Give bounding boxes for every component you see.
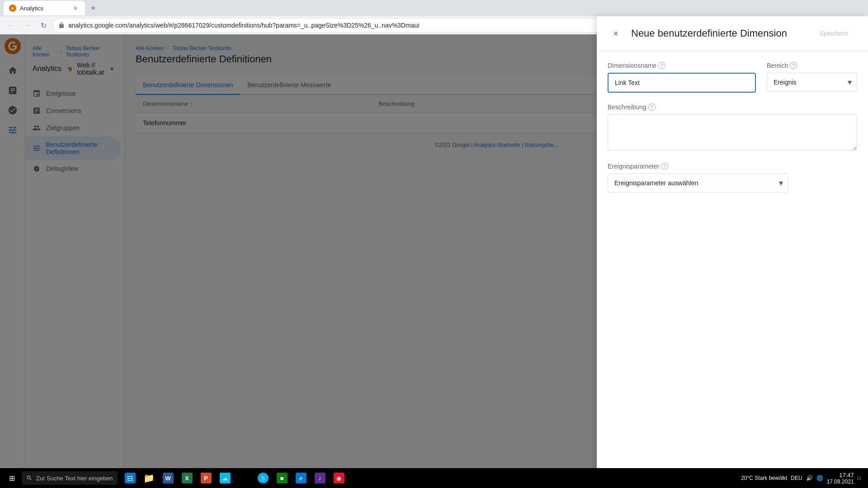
ereignisparameter-help-icon[interactable]: ? (661, 163, 668, 170)
taskbar-app-word[interactable]: W (159, 469, 177, 487)
taskbar-app-taskview[interactable]: ⊟ (121, 469, 139, 487)
form-group-bereich: Bereich ? Ereignis Benutzer Sitzung ▾ (767, 62, 857, 92)
taskbar-start-button[interactable]: ⊞ (4, 470, 20, 486)
reload-button[interactable]: ↻ (36, 18, 51, 33)
tab-close-icon[interactable]: × (71, 4, 80, 12)
bereich-select-wrapper: Ereignis Benutzer Sitzung ▾ (767, 73, 857, 92)
taskbar-notification-icon[interactable]: □ (858, 475, 861, 481)
side-panel: × Neue benutzerdefinierte Dimension Spei… (597, 16, 868, 488)
taskbar-right: 20°C Stark bewölkt DEU 🔊 🌐 17:47 17.09.2… (741, 472, 864, 485)
form-row-1: Dimensionsname ? Bereich ? Ereignis Benu… (608, 62, 857, 93)
taskbar-app-12[interactable]: ◉ (330, 469, 348, 487)
form-group-beschreibung: Beschreibung ? (608, 103, 857, 152)
beschreibung-help-icon[interactable]: ? (648, 103, 656, 111)
tab-favicon: A (9, 5, 16, 12)
bereich-select[interactable]: Ereignis Benutzer Sitzung (767, 73, 857, 92)
taskbar-time-display: 17:47 (827, 472, 854, 479)
bereich-help-icon[interactable]: ? (790, 62, 797, 69)
taskbar-weather: 20°C Stark bewölkt (741, 475, 787, 481)
panel-body: Dimensionsname ? Bereich ? Ereignis Benu… (597, 51, 868, 488)
taskbar-app-chrome[interactable]: ⊙ (235, 469, 253, 487)
ereignisparameter-label: Ereignisparameter ? (608, 163, 788, 170)
panel-header: × Neue benutzerdefinierte Dimension Spei… (597, 16, 868, 51)
taskbar-app-explorer[interactable]: 📁 (140, 469, 158, 487)
tab-favicon-text: A (11, 6, 14, 10)
tab-bar: A Analytics × + (0, 0, 868, 16)
form-row-2: Beschreibung ? (608, 103, 857, 152)
back-button[interactable]: ← (4, 18, 18, 33)
taskbar-lang: DEU (791, 475, 802, 481)
new-tab-button[interactable]: + (87, 2, 99, 14)
taskbar-app-skype[interactable]: S (254, 469, 272, 487)
taskbar-app-11[interactable]: ♪ (311, 469, 329, 487)
dimensionsname-help-icon[interactable]: ? (658, 62, 665, 69)
lock-icon (58, 22, 65, 28)
taskbar-app-edge[interactable]: e (292, 469, 310, 487)
beschreibung-textarea[interactable] (608, 114, 857, 150)
taskbar-app-9[interactable]: ■ (273, 469, 291, 487)
dimensionsname-input[interactable] (608, 73, 756, 93)
tab-title: Analytics (20, 5, 68, 12)
dimensionsname-label: Dimensionsname ? (608, 62, 756, 69)
ereignisparameter-select[interactable]: Ereignisparameter auswählen (608, 174, 788, 192)
taskbar: ⊞ Zur Suche Text hier eingeben ⊟ 📁 W X P… (0, 468, 868, 488)
beschreibung-label: Beschreibung ? (608, 103, 857, 111)
active-tab[interactable]: A Analytics × (4, 1, 85, 15)
taskbar-volume-icon[interactable]: 🔊 (806, 475, 813, 481)
panel-close-button[interactable]: × (608, 25, 624, 42)
app: Alle Konten › Tobias Becker Testkonto An… (0, 34, 868, 488)
taskbar-apps: ⊟ 📁 W X P ☁ ⊙ S ■ e ♪ ◉ (121, 469, 348, 487)
taskbar-search-text: Zur Suche Text hier eingeben (36, 475, 113, 482)
panel-title: Neue benutzerdefinierte Dimension (631, 28, 803, 39)
taskbar-app-6[interactable]: ☁ (216, 469, 234, 487)
form-group-ereignisparameter: Ereignisparameter ? Ereignisparameter au… (608, 163, 788, 192)
taskbar-search[interactable]: Zur Suche Text hier eingeben (22, 471, 118, 485)
taskbar-app-powerpoint[interactable]: P (197, 469, 215, 487)
taskbar-app-excel[interactable]: X (178, 469, 196, 487)
taskbar-time: 17:47 17.09.2021 (827, 472, 854, 485)
taskbar-date-display: 17.09.2021 (827, 479, 854, 485)
form-row-3: Ereignisparameter ? Ereignisparameter au… (608, 163, 857, 192)
forward-button[interactable]: → (20, 18, 34, 33)
panel-save-button[interactable]: Speichern (811, 26, 857, 41)
bereich-label: Bereich ? (767, 62, 857, 69)
taskbar-network-icon[interactable]: 🌐 (816, 475, 823, 481)
form-group-dimensionsname: Dimensionsname ? (608, 62, 756, 93)
ereignisparameter-select-wrapper: Ereignisparameter auswählen ▾ (608, 174, 788, 192)
